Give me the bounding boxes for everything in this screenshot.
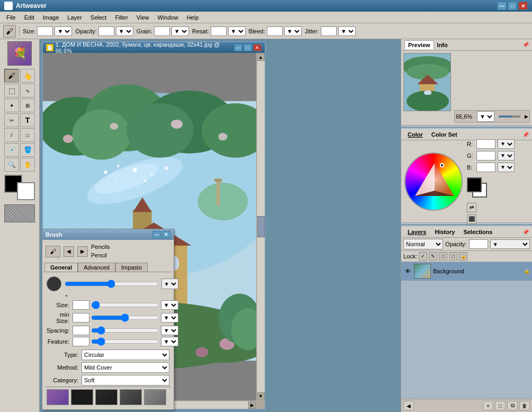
- brush-min-size-select[interactable]: ▼: [161, 313, 178, 323]
- menu-file[interactable]: File: [2, 13, 20, 22]
- brush-icon-display[interactable]: 🖌: [46, 246, 60, 257]
- text-tool-button[interactable]: T: [20, 113, 35, 127]
- lock-position-button[interactable]: □: [439, 252, 447, 261]
- brush-feature-range[interactable]: [91, 338, 159, 345]
- size-input[interactable]: 2: [37, 26, 53, 36]
- swap-colors-button[interactable]: ⇄: [467, 203, 476, 212]
- brush-size-input[interactable]: 2: [73, 300, 89, 310]
- grain-input[interactable]: 100: [154, 26, 170, 36]
- delete-layer-button[interactable]: 🗑: [519, 401, 530, 410]
- brush-min-size-range[interactable]: [91, 314, 159, 321]
- doc-minimize-button[interactable]: —: [234, 44, 242, 51]
- size-select[interactable]: ▼: [55, 26, 72, 36]
- background-color[interactable]: [17, 182, 35, 200]
- selection-rect-button[interactable]: ⬚: [4, 84, 19, 97]
- lasso-tool-button[interactable]: ∿: [20, 84, 35, 97]
- grain-select[interactable]: ▼: [172, 26, 189, 36]
- brush-spacing-select[interactable]: ▼: [161, 326, 178, 335]
- jitter-select[interactable]: ▼: [338, 26, 356, 36]
- brush-tool-icon[interactable]: 🖌: [3, 25, 16, 38]
- default-colors-button[interactable]: ⬛: [467, 214, 476, 224]
- scroll-thumb[interactable]: [257, 216, 265, 237]
- layer-opacity-input[interactable]: 100: [469, 239, 488, 249]
- lock-all-button[interactable]: □: [449, 252, 457, 261]
- fg-swatch[interactable]: [467, 177, 482, 192]
- b-input[interactable]: 0: [476, 163, 495, 172]
- selections-tab[interactable]: Selections: [460, 228, 495, 236]
- preset-4[interactable]: [120, 389, 142, 405]
- crop-tool-button[interactable]: ✂: [4, 113, 19, 127]
- scroll-right-button[interactable]: ▶: [248, 401, 256, 409]
- pattern-button[interactable]: [4, 204, 35, 222]
- brush-feature-select[interactable]: ▼: [161, 337, 178, 346]
- preview-tab[interactable]: Preview: [404, 40, 434, 49]
- r-input[interactable]: 0: [476, 139, 495, 149]
- color-wheel[interactable]: [404, 153, 463, 211]
- doc-maximize-button[interactable]: □: [244, 44, 252, 51]
- menu-view[interactable]: View: [132, 13, 154, 22]
- zoom-tool-button[interactable]: 🔍: [4, 158, 19, 172]
- brush-spacing-input[interactable]: 20: [73, 326, 89, 335]
- bleed-input[interactable]: 0: [267, 26, 283, 36]
- method-select[interactable]: Mild Cover: [82, 362, 169, 373]
- layer-opacity-select[interactable]: ▼: [490, 239, 530, 249]
- brush-tab-general[interactable]: General: [44, 263, 78, 272]
- scroll-up-button[interactable]: ▲: [257, 53, 265, 61]
- resat-input[interactable]: 100: [211, 26, 227, 36]
- menu-select[interactable]: Select: [86, 13, 111, 22]
- layer-visibility-toggle[interactable]: 👁: [403, 267, 412, 275]
- g-input[interactable]: 0: [476, 151, 495, 160]
- line-tool-button[interactable]: /: [4, 128, 19, 142]
- transform-button[interactable]: ⊞: [20, 98, 35, 112]
- brush-size-dropdown[interactable]: ▼: [161, 279, 178, 289]
- brush-panel-minimize[interactable]: —: [152, 231, 161, 238]
- jitter-input[interactable]: 0: [321, 26, 337, 36]
- shape-tool-button[interactable]: □: [20, 128, 35, 142]
- blend-mode-select[interactable]: Normal: [403, 239, 443, 249]
- minimize-button[interactable]: —: [497, 2, 507, 10]
- menu-window[interactable]: Window: [154, 13, 183, 22]
- zoom-dropdown[interactable]: ▼: [477, 111, 494, 122]
- scroll-down-button[interactable]: ▼: [257, 392, 265, 400]
- lock-icon[interactable]: 🔒: [459, 252, 467, 261]
- brush-tab-advanced[interactable]: Advanced: [78, 263, 115, 272]
- smear-tool-button[interactable]: 👆: [20, 69, 35, 83]
- close-button[interactable]: ✕: [518, 2, 528, 10]
- brush-tab-impasto[interactable]: Impasto: [115, 263, 148, 272]
- brush-feature-input[interactable]: 1: [73, 337, 89, 346]
- maximize-button[interactable]: □: [508, 2, 517, 10]
- lock-transparency-button[interactable]: ✓: [419, 252, 427, 261]
- menu-filter[interactable]: Filter: [111, 13, 132, 22]
- resat-select[interactable]: ▼: [228, 26, 246, 36]
- pan-tool-button[interactable]: ✋: [20, 158, 35, 172]
- color-pin-icon[interactable]: 📌: [522, 132, 529, 138]
- g-select[interactable]: ▼: [498, 151, 515, 160]
- brush-tool-button[interactable]: 🖌: [4, 69, 19, 83]
- preset-5[interactable]: [144, 389, 166, 405]
- magic-wand-button[interactable]: ✦: [4, 98, 19, 112]
- bleed-select[interactable]: ▼: [284, 26, 302, 36]
- menu-layer[interactable]: Layer: [63, 13, 86, 22]
- history-tab[interactable]: History: [431, 228, 458, 236]
- menu-image[interactable]: Image: [39, 13, 64, 22]
- duplicate-layer-button[interactable]: ⧉: [507, 401, 518, 410]
- brush-next-button[interactable]: ▶: [77, 246, 88, 257]
- preset-2[interactable]: [71, 389, 93, 405]
- eyedropper-button[interactable]: 💉: [4, 143, 19, 157]
- vertical-scrollbar[interactable]: ▲ ▼: [256, 53, 265, 400]
- preset-1[interactable]: [47, 389, 69, 405]
- color-tab[interactable]: Color: [404, 130, 426, 139]
- brush-prev-button[interactable]: ◀: [64, 246, 74, 257]
- preview-pin-icon[interactable]: 📌: [522, 42, 529, 48]
- info-tab[interactable]: Info: [434, 41, 451, 49]
- doc-close-button[interactable]: ✕: [253, 44, 262, 51]
- new-layer-button[interactable]: +: [483, 401, 493, 410]
- brush-panel-close[interactable]: ✕: [162, 231, 170, 238]
- category-select[interactable]: Soft: [82, 375, 169, 386]
- color-set-tab[interactable]: Color Set: [428, 130, 461, 139]
- layers-tab[interactable]: Layers: [404, 228, 429, 236]
- type-select[interactable]: Circular: [82, 350, 169, 360]
- lock-paint-button[interactable]: ✎: [429, 252, 437, 261]
- r-select[interactable]: ▼: [498, 139, 515, 149]
- b-select[interactable]: ▼: [498, 163, 515, 172]
